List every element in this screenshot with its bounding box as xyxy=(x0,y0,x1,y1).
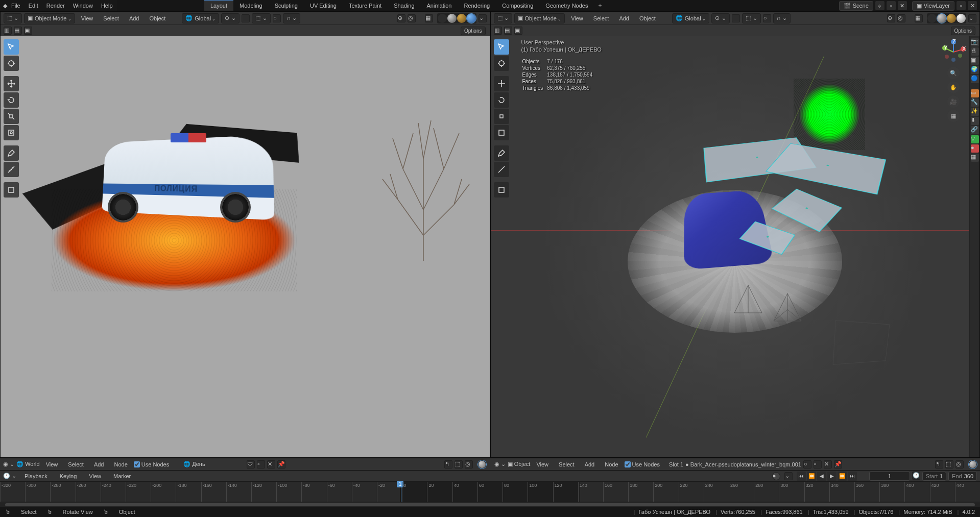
viewlayer-selector[interactable]: ▣ ViewLayer xyxy=(912,1,954,11)
editor-type-shader-icon[interactable]: ◉ ⌄ xyxy=(3,461,14,467)
workspace-tab-animation[interactable]: Animation xyxy=(421,0,458,11)
current-frame-field[interactable]: 1 xyxy=(869,472,910,481)
play-icon[interactable]: ▶ xyxy=(827,472,836,481)
shading-options-icon[interactable]: ⌄ xyxy=(968,14,976,22)
pin-icon[interactable]: 📌 xyxy=(834,460,842,469)
sh-menu-node[interactable]: Node xyxy=(601,460,622,469)
mode-selector[interactable]: ▣ Object Mode xyxy=(24,13,75,23)
keying-set-icon[interactable]: ⌄ xyxy=(784,472,793,480)
material-datablock[interactable]: ● Bark_Acer-pseudoplatanus_winter_bqm.00… xyxy=(685,461,801,467)
vp-menu-view[interactable]: View xyxy=(567,14,587,23)
sh-menu-view[interactable]: View xyxy=(532,460,553,469)
shading-material[interactable] xyxy=(457,14,466,23)
gizmo-visibility-icon[interactable]: ⊕ xyxy=(887,14,895,22)
shading-solid[interactable] xyxy=(937,14,946,23)
prop-physics-icon[interactable]: ⬇ xyxy=(971,117,979,125)
proportional-toggle[interactable]: ○ xyxy=(763,14,771,22)
tool-select-box[interactable] xyxy=(4,39,19,55)
shading-rendered[interactable] xyxy=(957,14,966,23)
vp-menu-select[interactable]: Select xyxy=(589,14,613,23)
timeline-scrollbar[interactable] xyxy=(0,502,980,507)
tool-rotate[interactable] xyxy=(494,92,509,108)
shading-wireframe[interactable] xyxy=(927,14,937,23)
scene-selector[interactable]: 🎬 Scene xyxy=(839,1,873,11)
vp-menu-object[interactable]: Object xyxy=(635,14,660,23)
preview-sphere[interactable] xyxy=(969,460,977,469)
nav-axis-gizmo[interactable]: X Y Z xyxy=(941,39,966,65)
tool-annotate[interactable] xyxy=(494,145,509,161)
overlay-visibility-icon[interactable]: ◎ xyxy=(408,14,416,22)
material-slot[interactable]: Slot 1 xyxy=(669,461,683,467)
mode-selector[interactable]: ▣ Object Mode xyxy=(514,13,565,23)
world-datablock[interactable]: 🌐 День xyxy=(183,461,245,467)
tool-settings-icon-2[interactable]: ▤ xyxy=(14,27,22,35)
sh-menu-add[interactable]: Add xyxy=(90,460,108,469)
drag-selectbox-icon[interactable]: ▣ xyxy=(514,27,522,35)
play-reverse-icon[interactable]: ◀ xyxy=(817,472,826,481)
unlink-world-icon[interactable]: ✕ xyxy=(267,460,275,469)
new-material-icon[interactable]: ▫ xyxy=(814,460,822,469)
prop-material-icon[interactable]: ● xyxy=(971,144,979,153)
workspace-tab-texpaint[interactable]: Texture Paint xyxy=(343,0,388,11)
tool-cursor[interactable] xyxy=(4,56,19,71)
unlink-material-icon[interactable]: ✕ xyxy=(824,460,832,469)
tool-measure[interactable] xyxy=(494,162,509,177)
editor-type-shader-icon[interactable]: ◉ ⌄ xyxy=(494,461,506,467)
overlay-icon[interactable]: ◎ xyxy=(955,460,964,469)
workspace-tab-modeling[interactable]: Modeling xyxy=(233,0,269,11)
proportional-toggle[interactable]: ○ xyxy=(273,14,281,22)
shading-wireframe[interactable] xyxy=(438,14,447,23)
nav-camera-icon[interactable]: 🎥 xyxy=(947,95,960,108)
snap-selector[interactable]: ⬚ ⌄ xyxy=(742,13,761,23)
timeline-ruler[interactable]: 1 -320-300-280-260-240-220-200-180-160-1… xyxy=(0,481,980,502)
prop-constraint-icon[interactable]: 🔗 xyxy=(971,126,979,134)
pivot-selector[interactable]: ⊙ ⌄ xyxy=(711,13,730,23)
menu-edit[interactable]: Edit xyxy=(25,1,42,10)
editor-type-3dview-icon[interactable]: ⬚ ⌄ xyxy=(4,13,22,23)
pin-icon[interactable]: 📌 xyxy=(277,460,285,469)
new-world-icon[interactable]: ▫ xyxy=(257,460,265,469)
use-nodes-toggle[interactable]: Use Nodes xyxy=(134,461,169,467)
shading-material[interactable] xyxy=(947,14,956,23)
menu-render[interactable]: Render xyxy=(42,1,69,10)
add-workspace-icon[interactable]: + xyxy=(594,0,606,11)
use-nodes-checkbox[interactable] xyxy=(134,461,140,467)
snap-toggle[interactable] xyxy=(732,14,740,22)
preview-sphere[interactable] xyxy=(478,460,486,469)
prop-viewlayer-icon[interactable]: ▣ xyxy=(971,57,979,65)
jump-start-icon[interactable]: ⏮ xyxy=(797,472,806,481)
workspace-tab-rendering[interactable]: Rendering xyxy=(458,0,496,11)
tl-marker[interactable]: Marker xyxy=(109,472,135,481)
tl-playback[interactable]: Playback xyxy=(20,472,52,481)
tool-select-box[interactable] xyxy=(494,39,509,55)
editor-type-timeline-icon[interactable]: 🕐 ⌄ xyxy=(3,473,16,479)
nav-zoom-icon[interactable]: 🔍 xyxy=(947,67,960,79)
vp-menu-add[interactable]: Add xyxy=(615,14,633,23)
snap-selector[interactable]: ⬚ ⌄ xyxy=(252,13,271,23)
scene-pin-icon[interactable]: ⟐ xyxy=(875,1,885,10)
xray-toggle[interactable]: ▦ xyxy=(915,14,923,22)
prop-particles-icon[interactable]: ✨ xyxy=(971,108,979,116)
editor-type-3dview-icon[interactable]: ⬚ ⌄ xyxy=(494,13,512,23)
overlay-visibility-icon[interactable]: ◎ xyxy=(897,14,905,22)
playhead[interactable]: 1 xyxy=(401,482,401,502)
tool-options[interactable]: Options xyxy=(951,27,975,35)
snap-icon[interactable]: ⬚ xyxy=(945,460,953,469)
sh-menu-select[interactable]: Select xyxy=(64,460,88,469)
end-frame-field[interactable]: End360 xyxy=(948,472,977,481)
tool-move[interactable] xyxy=(494,76,509,91)
use-nodes-toggle[interactable]: Use Nodes xyxy=(625,461,660,467)
selected-plane-2[interactable] xyxy=(766,143,886,194)
sh-menu-select[interactable]: Select xyxy=(555,460,579,469)
xray-toggle[interactable]: ▦ xyxy=(425,14,433,22)
prop-object-icon[interactable]: ▭ xyxy=(971,89,979,97)
workspace-tab-uv[interactable]: UV Editing xyxy=(304,0,343,11)
proportional-falloff[interactable]: ∩ ⌄ xyxy=(773,13,791,23)
orientation-selector[interactable]: 🌐 Global xyxy=(672,13,709,23)
prop-modifier-icon[interactable]: 🔧 xyxy=(971,99,979,107)
shading-rendered[interactable] xyxy=(467,14,476,23)
menu-help[interactable]: Help xyxy=(97,1,117,10)
prop-output-icon[interactable]: 🖨 xyxy=(971,47,979,56)
workspace-tab-sculpting[interactable]: Sculpting xyxy=(269,0,304,11)
tool-annotate[interactable] xyxy=(4,145,19,161)
